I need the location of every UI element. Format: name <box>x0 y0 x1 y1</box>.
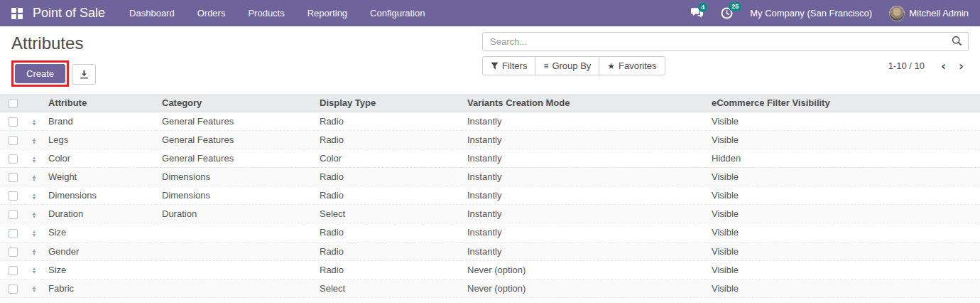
search-input[interactable] <box>482 32 969 51</box>
drag-handle-icon[interactable]: ▲▼ <box>32 230 37 237</box>
cell-attribute[interactable]: Weight <box>43 168 156 186</box>
drag-handle-icon[interactable]: ▲▼ <box>32 119 37 126</box>
cell-attribute[interactable]: Gender <box>43 242 156 260</box>
drag-handle-icon[interactable]: ▲▼ <box>32 285 37 292</box>
row-checkbox[interactable] <box>9 285 18 294</box>
cell-display-type[interactable]: Select <box>314 279 462 297</box>
cell-attribute[interactable]: Legs <box>43 131 156 149</box>
column-header-attribute[interactable]: Attribute <box>43 94 156 112</box>
pager-range[interactable]: 1-10 / 10 <box>888 60 925 71</box>
table-row[interactable]: ▲▼WeightDimensionsRadioInstantlyVisible <box>0 168 980 186</box>
cell-attribute[interactable]: Dimensions <box>43 186 156 205</box>
nav-item-orders[interactable]: Orders <box>197 8 226 18</box>
app-name[interactable]: Point of Sale <box>33 6 105 21</box>
nav-item-dashboard[interactable]: Dashboard <box>129 8 175 18</box>
cell-variants-mode[interactable]: Instantly <box>462 168 706 186</box>
cell-attribute[interactable]: Duration <box>43 205 156 223</box>
row-checkbox[interactable] <box>9 248 18 257</box>
table-row[interactable]: ▲▼DurationDurationSelectInstantlyVisible <box>0 205 980 223</box>
cell-category[interactable] <box>156 242 314 260</box>
pager-previous-icon[interactable]: ‹ <box>936 61 951 71</box>
cell-attribute[interactable]: Fabric <box>43 279 156 297</box>
pager-next-icon[interactable]: › <box>954 61 969 71</box>
cell-visibility[interactable]: Visible <box>706 186 980 205</box>
table-row[interactable]: ▲▼LegsGeneral FeaturesRadioInstantlyVisi… <box>0 131 980 149</box>
cell-variants-mode[interactable]: Instantly <box>462 205 706 223</box>
drag-handle-icon[interactable]: ▲▼ <box>32 211 37 218</box>
row-checkbox[interactable] <box>9 210 18 219</box>
cell-attribute[interactable]: Brand <box>43 112 156 131</box>
cell-display-type[interactable]: Radio <box>314 223 462 242</box>
drag-handle-icon[interactable]: ▲▼ <box>32 193 37 200</box>
table-row[interactable]: ▲▼SizeRadioInstantlyVisible <box>0 223 980 242</box>
row-checkbox[interactable] <box>9 191 18 201</box>
cell-visibility[interactable]: Visible <box>706 223 980 242</box>
cell-category[interactable]: Dimensions <box>156 168 314 186</box>
drag-handle-icon[interactable]: ▲▼ <box>32 137 37 144</box>
search-icon[interactable] <box>952 36 962 46</box>
table-row[interactable]: ▲▼GenderRadioInstantlyVisible <box>0 242 980 260</box>
cell-visibility[interactable]: Hidden <box>706 149 980 168</box>
cell-variants-mode[interactable]: Instantly <box>462 112 706 131</box>
cell-category[interactable] <box>156 260 314 279</box>
cell-attribute[interactable]: Color <box>43 149 156 168</box>
cell-variants-mode[interactable]: Instantly <box>462 223 706 242</box>
cell-display-type[interactable]: Radio <box>314 186 462 205</box>
row-checkbox[interactable] <box>9 266 18 275</box>
cell-display-type[interactable]: Radio <box>314 131 462 149</box>
cell-category[interactable] <box>156 279 314 297</box>
cell-variants-mode[interactable]: Instantly <box>462 149 706 168</box>
company-switcher[interactable]: My Company (San Francisco) <box>750 8 872 18</box>
messages-button[interactable]: 4 <box>690 8 704 18</box>
cell-category[interactable]: General Features <box>156 131 314 149</box>
cell-visibility[interactable]: Visible <box>706 242 980 260</box>
column-header-category[interactable]: Category <box>156 94 314 112</box>
cell-visibility[interactable]: Visible <box>706 279 980 297</box>
cell-visibility[interactable]: Visible <box>706 112 980 131</box>
cell-display-type[interactable]: Select <box>314 205 462 223</box>
nav-item-reporting[interactable]: Reporting <box>307 8 347 18</box>
drag-handle-icon[interactable]: ▲▼ <box>32 156 37 163</box>
table-row[interactable]: ▲▼DimensionsDimensionsRadioInstantlyVisi… <box>0 186 980 205</box>
export-button[interactable] <box>72 64 96 85</box>
user-menu[interactable]: Mitchell Admin <box>889 6 969 21</box>
cell-visibility[interactable]: Visible <box>706 131 980 149</box>
cell-visibility[interactable]: Visible <box>706 260 980 279</box>
drag-handle-icon[interactable]: ▲▼ <box>32 267 37 274</box>
cell-variants-mode[interactable]: Instantly <box>462 186 706 205</box>
table-row[interactable]: ▲▼SizeRadioNever (option)Visible <box>0 260 980 279</box>
favorites-button[interactable]: ★ Favorites <box>599 56 665 75</box>
group-by-button[interactable]: ≡ Group By <box>535 56 599 75</box>
apps-menu-icon[interactable] <box>11 8 23 19</box>
drag-handle-icon[interactable]: ▲▼ <box>32 174 37 181</box>
row-checkbox[interactable] <box>9 117 18 127</box>
column-header-variants-mode[interactable]: Variants Creation Mode <box>462 94 706 112</box>
table-row[interactable]: ▲▼ColorGeneral FeaturesColorInstantlyHid… <box>0 149 980 168</box>
cell-display-type[interactable]: Color <box>314 149 462 168</box>
cell-display-type[interactable]: Radio <box>314 112 462 131</box>
drag-handle-icon[interactable]: ▲▼ <box>32 248 37 255</box>
cell-category[interactable]: General Features <box>156 112 314 131</box>
create-button[interactable]: Create <box>15 64 65 83</box>
cell-display-type[interactable]: Radio <box>314 242 462 260</box>
select-all-checkbox[interactable] <box>9 99 18 108</box>
nav-item-products[interactable]: Products <box>248 8 284 18</box>
row-checkbox[interactable] <box>9 173 18 182</box>
cell-variants-mode[interactable]: Instantly <box>462 242 706 260</box>
cell-category[interactable]: Duration <box>156 205 314 223</box>
column-header-display-type[interactable]: Display Type <box>314 94 462 112</box>
cell-category[interactable]: General Features <box>156 149 314 168</box>
cell-attribute[interactable]: Size <box>43 223 156 242</box>
table-row[interactable]: ▲▼FabricSelectNever (option)Visible <box>0 279 980 297</box>
filters-button[interactable]: Filters <box>482 56 535 75</box>
cell-category[interactable]: Dimensions <box>156 186 314 205</box>
cell-visibility[interactable]: Visible <box>706 205 980 223</box>
row-checkbox[interactable] <box>9 154 18 164</box>
cell-display-type[interactable]: Radio <box>314 168 462 186</box>
cell-variants-mode[interactable]: Instantly <box>462 131 706 149</box>
cell-visibility[interactable]: Visible <box>706 168 980 186</box>
nav-item-configuration[interactable]: Configuration <box>370 8 425 18</box>
row-checkbox[interactable] <box>9 136 18 145</box>
activities-button[interactable]: 25 <box>721 7 733 19</box>
table-row[interactable]: ▲▼BrandGeneral FeaturesRadioInstantlyVis… <box>0 112 980 131</box>
